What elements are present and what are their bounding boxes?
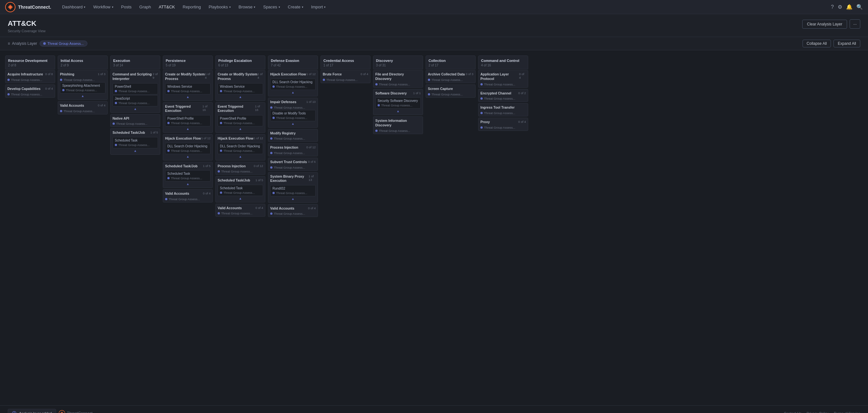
sub-text-3-2-0: Threat Group Assess... <box>171 149 202 153</box>
technique-card-2-2[interactable]: Scheduled Task/Job1 of 5Scheduled TaskTh… <box>110 128 160 155</box>
nav-attck[interactable]: ATT&CK <box>155 3 178 11</box>
technique-card-4-5[interactable]: Valid Accounts0 of 4Threat Group Assess.… <box>215 204 266 217</box>
expand-btn-4-2[interactable]: ▲ <box>218 154 263 159</box>
technique-card-8-1[interactable]: Screen CaptureThreat Group Assess... <box>426 85 475 98</box>
technique-card-1-1[interactable]: Valid Accounts0 of 4Threat Group Assess.… <box>58 101 108 115</box>
expand-btn-7-1[interactable]: ▲ <box>375 109 421 114</box>
technique-card-3-1[interactable]: Event Triggered Execution1 of 16PowerShe… <box>163 102 213 133</box>
footer-privacy[interactable]: Privacy Policy <box>807 411 829 413</box>
technique-card-5-3[interactable]: Process Injection0 of 12Threat Group Ass… <box>268 143 318 156</box>
subtechnique-name-4-1-0: PowerShell Profile <box>220 117 261 120</box>
assess-badge-5-4: Threat Group Assess... <box>270 166 316 169</box>
technique-card-3-0[interactable]: Create or Modify System Process1 of 4Win… <box>163 70 213 101</box>
notifications-icon[interactable]: 🔔 <box>846 4 852 10</box>
subtechnique-3-2-0[interactable]: DLL Search Order HijackingThreat Group A… <box>165 143 211 154</box>
technique-name-4-1: Event Triggered Execution <box>218 104 255 113</box>
analysis-tag[interactable]: Threat Group Assess... <box>40 41 87 46</box>
expand-btn-5-5[interactable]: ▲ <box>270 196 316 201</box>
technique-card-5-5[interactable]: System Binary Proxy Execution1 of 13Rund… <box>268 172 318 203</box>
expand-all-button[interactable]: Expand All <box>834 40 860 47</box>
expand-btn-2-0[interactable]: ▲ <box>113 106 158 111</box>
expand-btn-4-1[interactable]: ▲ <box>218 126 263 131</box>
collapse-all-button[interactable]: Collapse All <box>803 40 831 47</box>
subtechnique-5-0-0[interactable]: DLL Search Order HijackingThreat Group A… <box>270 79 316 90</box>
technique-card-5-0[interactable]: Hijack Execution Flow1 of 12DLL Search O… <box>268 70 318 96</box>
expand-btn-4-4[interactable]: ▲ <box>218 196 263 201</box>
technique-card-7-2[interactable]: System Information DiscoveryThreat Group… <box>373 117 423 134</box>
subtechnique-3-0-0[interactable]: Windows ServiceThreat Group Assess... <box>165 83 211 94</box>
subtechnique-1-0-0[interactable]: Spearphishing AttachmentThreat Group Ass… <box>60 82 105 94</box>
technique-card-7-0[interactable]: File and Directory DiscoveryThreat Group… <box>373 70 423 87</box>
clear-analysis-layer-button[interactable]: Clear Analysis Layer <box>802 20 847 29</box>
settings-icon[interactable]: ⚙ <box>838 4 842 10</box>
technique-card-6-0[interactable]: Brute Force0 of 4Threat Group Assess... <box>320 70 370 83</box>
subtechnique-4-0-0[interactable]: Windows ServiceThreat Group Assess... <box>218 83 263 94</box>
expand-btn-3-0[interactable]: ▲ <box>165 94 211 99</box>
subtechnique-7-1-0[interactable]: Security Software DiscoveryThreat Group … <box>375 97 421 109</box>
search-icon[interactable]: 🔍 <box>857 4 863 10</box>
subtechnique-4-1-0[interactable]: PowerShell ProfileThreat Group Assess... <box>218 115 263 126</box>
assess-dot-5-4 <box>270 166 273 169</box>
subtechnique-5-5-0[interactable]: Rundll32Threat Group Assess... <box>270 185 316 196</box>
expand-btn-3-3[interactable]: ▲ <box>165 182 211 186</box>
subtechnique-name-5-1-0: Disable or Modify Tools <box>273 112 313 115</box>
nav-graph[interactable]: Graph <box>136 3 154 11</box>
technique-card-4-4[interactable]: Scheduled Task/Job1 of 5Scheduled TaskTh… <box>215 176 266 202</box>
nav-import[interactable]: Import ▾ <box>308 3 329 11</box>
nav-dashboard[interactable]: Dashboard ▾ <box>59 3 89 11</box>
technique-card-3-4[interactable]: Valid Accounts0 of 4Threat Group Assess.… <box>163 189 213 202</box>
technique-card-4-1[interactable]: Event Triggered Execution1 of 16PowerShe… <box>215 102 266 133</box>
technique-card-5-4[interactable]: Subvert Trust Controls0 of 6Threat Group… <box>268 158 318 171</box>
technique-card-4-3[interactable]: Process Injection0 of 12Threat Group Ass… <box>215 162 266 175</box>
logo[interactable]: ThreatConnect. <box>5 2 51 12</box>
technique-card-1-0[interactable]: Phishing1 of 3Threat Group Assess...Spea… <box>58 70 108 100</box>
technique-card-9-3[interactable]: Proxy0 of 4Threat Group Assess... <box>478 118 528 131</box>
technique-card-4-2[interactable]: Hijack Execution Flow1 of 12DLL Search O… <box>215 134 266 161</box>
nav-posts[interactable]: Posts <box>118 3 135 11</box>
technique-card-2-0[interactable]: Command and Scripting Interpreter2 of 9P… <box>110 70 160 113</box>
sub-dot-3-3-0 <box>167 177 169 179</box>
help-icon[interactable]: ? <box>831 4 834 10</box>
expand-btn-3-1[interactable]: ▲ <box>165 126 211 131</box>
tactic-name-0: Resource Development <box>8 58 52 63</box>
subtechnique-3-3-0[interactable]: Scheduled TaskThreat Group Assess... <box>165 170 211 182</box>
technique-card-9-2[interactable]: Ingress Tool TransferThreat Group Assess… <box>478 103 528 117</box>
tactic-header-6: Credential Access1 of 17 <box>320 56 370 69</box>
subtechnique-3-1-0[interactable]: PowerShell ProfileThreat Group Assess... <box>165 115 211 126</box>
nav-create[interactable]: Create ▾ <box>285 3 307 11</box>
technique-card-5-6[interactable]: Valid Accounts0 of 4Threat Group Assess.… <box>268 204 318 217</box>
subtechnique-2-0-1[interactable]: JavaScriptThreat Group Assess... <box>113 95 158 106</box>
expand-btn-3-2[interactable]: ▲ <box>165 154 211 159</box>
technique-card-5-1[interactable]: Impair Defenses1 of 10Threat Group Asses… <box>268 98 318 128</box>
subtechnique-4-2-0[interactable]: DLL Search Order HijackingThreat Group A… <box>218 143 263 154</box>
expand-btn-5-0[interactable]: ▲ <box>270 90 316 95</box>
technique-card-7-1[interactable]: Software Discovery1 of 1Security Softwar… <box>373 89 423 116</box>
technique-card-0-0[interactable]: Acquire Infrastructure0 of 8Threat Group… <box>5 70 55 83</box>
footer-terms[interactable]: Terms of Service <box>834 411 860 413</box>
technique-card-3-3[interactable]: Scheduled Task/Job1 of 5Scheduled TaskTh… <box>163 162 213 188</box>
technique-count-3-0: 1 of 4 <box>205 72 211 79</box>
technique-card-9-0[interactable]: Application Layer Protocol0 of 4Threat G… <box>478 70 528 87</box>
nav-playbooks[interactable]: Playbooks ▾ <box>206 3 234 11</box>
technique-card-2-1[interactable]: Native APIThreat Group Assess... <box>110 114 160 127</box>
expand-btn-1-0[interactable]: ▲ <box>60 94 105 98</box>
nav-browse[interactable]: Browse ▾ <box>236 3 258 11</box>
nav-workflow[interactable]: Workflow ▾ <box>90 3 116 11</box>
nav-reporting[interactable]: Reporting <box>180 3 204 11</box>
expand-btn-2-2[interactable]: ▲ <box>113 148 158 153</box>
subtechnique-5-1-0[interactable]: Disable or Modify ToolsThreat Group Asse… <box>270 110 316 121</box>
subtechnique-4-4-0[interactable]: Scheduled TaskThreat Group Assess... <box>218 185 263 196</box>
technique-card-5-2[interactable]: Modify RegistryThreat Group Assess... <box>268 129 318 142</box>
technique-card-8-0[interactable]: Archive Collected Data0 of 3Threat Group… <box>426 70 475 83</box>
nav-spaces[interactable]: Spaces ▾ <box>260 3 283 11</box>
subtechnique-2-2-0[interactable]: Scheduled TaskThreat Group Assess... <box>113 137 158 148</box>
expand-btn-4-0[interactable]: ▲ <box>218 94 263 99</box>
technique-card-9-1[interactable]: Encrypted Channel0 of 2Threat Group Asse… <box>478 89 528 102</box>
technique-card-0-1[interactable]: Develop Capabilities0 of 4Threat Group A… <box>5 85 55 98</box>
technique-card-4-0[interactable]: Create or Modify System Process1 of 4Win… <box>215 70 266 101</box>
footer-contact[interactable]: Contact Us <box>784 411 801 413</box>
technique-card-3-2[interactable]: Hijack Execution Flow1 of 12DLL Search O… <box>163 134 213 161</box>
subtechnique-2-0-0[interactable]: PowerShellThreat Group Assess... <box>113 83 158 94</box>
expand-btn-5-1[interactable]: ▲ <box>270 121 316 126</box>
more-options-button[interactable]: ··· <box>849 19 860 29</box>
